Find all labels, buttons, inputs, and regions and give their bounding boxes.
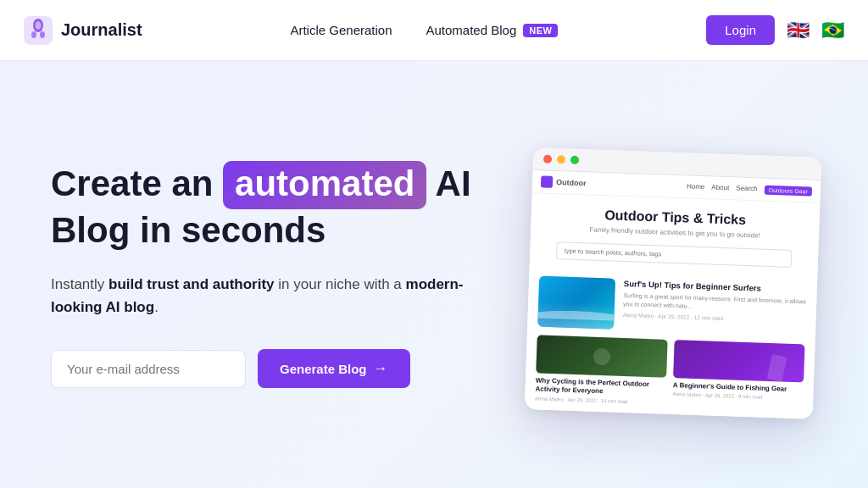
fishing-article-image (673, 340, 804, 382)
mockup-nav-badge: Outdoors Gear (764, 185, 812, 196)
logo-icon (24, 16, 53, 45)
browser-dot-close (543, 154, 552, 163)
cycling-article-title: Why Cycling is the Perfect Outdoor Activ… (535, 376, 666, 398)
hero-cta: Generate Blog → (51, 349, 472, 388)
logo-text: Journalist (61, 20, 142, 40)
cycling-article-image (536, 335, 667, 377)
hero-subtitle: Instantly build trust and authority in y… (51, 273, 472, 319)
surf-article-desc: Surfing is a great sport for many reason… (623, 291, 807, 314)
nav-automated-blog-label: Automated Blog (426, 23, 517, 37)
hero-title: Create an automated AI Blog in seconds (51, 161, 472, 252)
svg-point-3 (31, 31, 36, 38)
hero-content: Create an automated AI Blog in seconds I… (51, 161, 472, 388)
mockup-nav-home: Home (687, 182, 705, 192)
nav-automated-blog[interactable]: Automated Blog NEW (426, 23, 559, 37)
logo[interactable]: Journalist (24, 16, 142, 45)
subtitle-bold: build trust and authority (108, 276, 275, 292)
subtitle-end: . (154, 299, 159, 315)
cycling-article: Why Cycling is the Perfect Outdoor Activ… (535, 335, 668, 405)
mockup-site-icon (541, 175, 553, 187)
mockup-nav-links: Home About Search Outdoors Gear (687, 182, 812, 196)
mockup-blog-header: Outdoor Tips & Tricks Family friendly ou… (530, 193, 821, 277)
mockup-search-input[interactable] (556, 241, 792, 268)
generate-blog-button[interactable]: Generate Blog → (258, 349, 410, 388)
subtitle-after: in your niche with a (275, 276, 406, 292)
arrow-icon: → (374, 360, 388, 377)
browser-dot-minimize (557, 155, 565, 164)
mockup-nav-about: About (711, 183, 729, 193)
login-button[interactable]: Login (706, 15, 775, 45)
hero-section: Create an automated AI Blog in seconds I… (0, 61, 868, 488)
surf-article-text: Surf's Up! Tips for Beginner Surfers Sur… (622, 279, 807, 336)
mockup-articles: Surf's Up! Tips for Beginner Surfers Sur… (525, 267, 818, 419)
mockup-article-main: Surf's Up! Tips for Beginner Surfers Sur… (537, 275, 807, 336)
flag-brazil-icon[interactable]: 🇧🇷 (821, 19, 844, 42)
hero-title-before: Create an (51, 164, 213, 203)
mockup-site-name: Outdoor (541, 175, 587, 189)
hero-title-highlight: automated (223, 161, 426, 209)
hero-mockup: Outdoor Home About Search Outdoors Gear … (472, 136, 817, 414)
email-input[interactable] (51, 350, 246, 388)
main-nav: Article Generation Automated Blog NEW (290, 23, 558, 37)
surf-article-image (537, 275, 615, 329)
mockup-articles-grid: Why Cycling is the Perfect Outdoor Activ… (535, 335, 805, 410)
generate-blog-label: Generate Blog (280, 362, 367, 376)
navbar: Journalist Article Generation Automated … (0, 0, 868, 61)
svg-point-2 (36, 21, 42, 30)
svg-point-4 (40, 31, 45, 38)
mockup-nav-search: Search (736, 184, 758, 194)
fishing-article: A Beginner's Guide to Fishing Gear Alena… (672, 340, 805, 410)
new-badge: NEW (523, 24, 558, 37)
nav-article-generation[interactable]: Article Generation (290, 23, 392, 37)
blog-preview: Outdoor Home About Search Outdoors Gear … (525, 147, 822, 419)
subtitle-before: Instantly (51, 276, 108, 292)
flag-uk-icon[interactable]: 🇬🇧 (787, 19, 810, 42)
browser-dot-expand (570, 155, 579, 164)
navbar-right: Login 🇬🇧 🇧🇷 (706, 15, 844, 45)
